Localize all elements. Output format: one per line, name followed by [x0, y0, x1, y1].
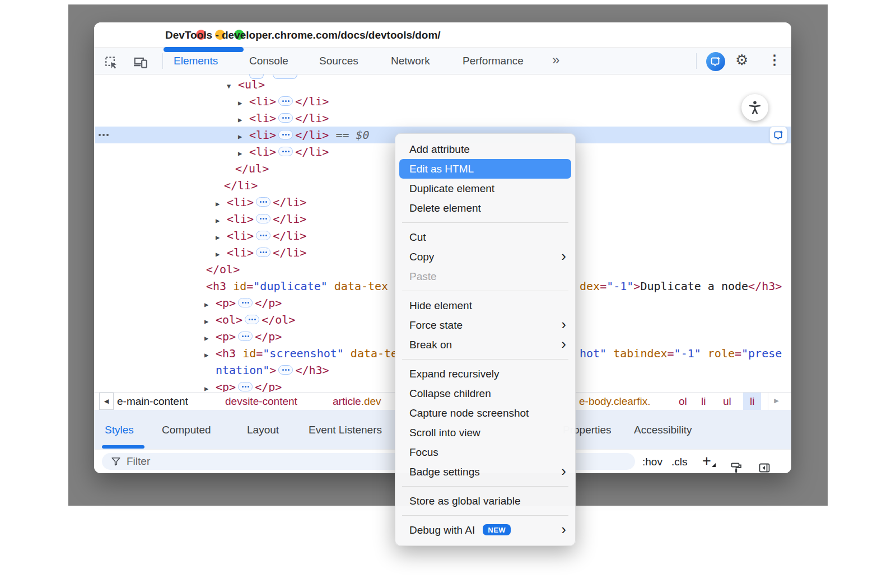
breadcrumb-item[interactable]: li: [743, 393, 761, 410]
menu-item-scroll-into-view[interactable]: Scroll into view: [395, 423, 575, 442]
menu-item-duplicate-element[interactable]: Duplicate element: [395, 179, 575, 198]
dom-tree-row[interactable]: ntation"></h3>: [216, 362, 329, 379]
collapsed-content-icon[interactable]: [238, 332, 253, 341]
dom-tree-row[interactable]: ▶<p></p>: [204, 379, 282, 392]
dom-tree-row[interactable]: </ul>: [235, 160, 269, 177]
tab-console[interactable]: Console: [249, 48, 288, 74]
dom-tree-row[interactable]: ▼<ul>: [227, 76, 265, 93]
breadcrumb-item[interactable]: article.dev: [333, 393, 381, 410]
collapsed-content-icon[interactable]: [256, 248, 270, 257]
dom-tree-row[interactable]: ▶<li></li>: [216, 244, 306, 261]
ask-ai-node-button[interactable]: [769, 126, 787, 144]
collapsed-content-icon[interactable]: [256, 214, 270, 223]
toggle-hover-state-button[interactable]: :hov: [642, 450, 662, 473]
menu-item-expand-recursively[interactable]: Expand recursively: [395, 364, 575, 384]
dom-tree-row[interactable]: ▶<li></li>: [238, 143, 329, 160]
gear-icon[interactable]: ⚙: [735, 52, 748, 69]
dom-tree-row[interactable]: </li>: [224, 177, 258, 194]
menu-item-badge-settings[interactable]: Badge settings›: [395, 462, 575, 482]
collapse-arrow-icon[interactable]: ▼: [227, 78, 238, 95]
dom-tree-row[interactable]: ▶<p></p>: [204, 295, 282, 311]
row-overflow-dots-icon[interactable]: [99, 134, 111, 137]
dom-tree-row[interactable]: ▶<li></li>: [216, 211, 306, 227]
menu-item-debug-with-ai[interactable]: Debug with AINEW›: [395, 520, 575, 540]
kebab-menu-icon[interactable]: ⋮: [768, 52, 781, 68]
device-toolbar-icon[interactable]: [133, 55, 148, 70]
menu-item-focus[interactable]: Focus: [395, 442, 575, 462]
dom-tree-row[interactable]: <h3 id="duplicate" data-tex: [206, 278, 388, 295]
sidebar-tab-event-listeners[interactable]: Event Listeners: [309, 422, 382, 438]
collapsed-content-icon[interactable]: [238, 298, 253, 307]
dom-tree-row[interactable]: ▶<p></p>: [204, 328, 282, 345]
menu-item-delete-element[interactable]: Delete element: [395, 198, 575, 218]
menu-item-break-on[interactable]: Break on›: [395, 335, 575, 354]
ai-assistant-icon[interactable]: [706, 52, 725, 71]
collapsed-content-icon[interactable]: [238, 382, 253, 391]
expand-arrow-icon[interactable]: ▶: [204, 296, 216, 313]
expand-arrow-icon[interactable]: ▶: [216, 212, 227, 229]
tab-sources[interactable]: Sources: [319, 48, 358, 74]
menu-item-cut[interactable]: Cut: [395, 227, 575, 247]
tab-network[interactable]: Network: [391, 48, 430, 74]
collapsed-content-icon[interactable]: [278, 147, 293, 156]
toggle-class-button[interactable]: .cls: [671, 450, 688, 473]
dom-tree-row[interactable]: ▶<li></li>: [216, 194, 306, 211]
breadcrumb-item[interactable]: devsite-content: [225, 393, 297, 410]
dom-tree-row[interactable]: ▶<li></li>: [238, 93, 329, 110]
menu-item-hide-element[interactable]: Hide element: [395, 296, 575, 315]
new-style-rule-button[interactable]: +: [702, 450, 711, 473]
collapsed-content-icon[interactable]: [278, 130, 293, 139]
collapsed-content-icon[interactable]: [278, 365, 293, 375]
breadcrumb-item[interactable]: ol: [679, 393, 687, 410]
dom-tree-row[interactable]: ▶<h3 id="screenshot" data-te: [204, 345, 398, 362]
menu-item-capture-node-screenshot[interactable]: Capture node screenshot: [395, 403, 575, 423]
expand-arrow-icon[interactable]: ▶: [216, 246, 227, 263]
menu-divider: [402, 359, 568, 360]
collapsed-content-icon[interactable]: [278, 113, 293, 123]
more-tabs-icon[interactable]: »: [552, 48, 558, 74]
expand-arrow-icon[interactable]: ▶: [204, 313, 216, 330]
menu-item-add-attribute[interactable]: Add attribute: [395, 139, 575, 159]
expand-arrow-icon[interactable]: ▶: [216, 229, 227, 246]
expand-arrow-icon[interactable]: ▶: [204, 380, 216, 392]
inspect-element-icon[interactable]: [104, 55, 119, 70]
expand-arrow-icon[interactable]: ▶: [238, 145, 249, 162]
breadcrumb-item[interactable]: ul: [723, 393, 731, 410]
breadcrumb-scroll-left-icon[interactable]: ◀: [99, 393, 114, 410]
sidebar-tab-computed[interactable]: Computed: [162, 422, 211, 438]
breadcrumb-item[interactable]: li: [701, 393, 706, 410]
collapsed-content-icon[interactable]: [256, 197, 270, 207]
menu-item-copy[interactable]: Copy›: [395, 247, 575, 267]
expand-arrow-icon[interactable]: ▶: [204, 330, 216, 347]
collapsed-content-icon[interactable]: [278, 96, 293, 106]
expand-arrow-icon[interactable]: ▶: [238, 128, 249, 145]
dom-tree-row[interactable]: </ol>: [206, 261, 240, 278]
dom-tree-row[interactable]: ▶<li></li> == $0: [238, 127, 370, 143]
sidebar-tab-accessibility[interactable]: Accessibility: [634, 422, 692, 438]
sidebar-tab-layout[interactable]: Layout: [247, 422, 279, 438]
dom-tree-row[interactable]: ▶<li></li>: [216, 227, 306, 244]
accessibility-person-icon[interactable]: [741, 94, 768, 121]
tab-performance[interactable]: Performance: [463, 48, 524, 74]
code-tag: <li>: [227, 195, 254, 209]
menu-item-store-as-global-variable[interactable]: Store as global variable: [395, 491, 575, 511]
breadcrumb-item[interactable]: e-main-content: [117, 393, 188, 410]
expand-arrow-icon[interactable]: ▶: [204, 347, 216, 363]
toggle-sidebar-icon[interactable]: [758, 456, 771, 473]
collapsed-content-icon[interactable]: [256, 231, 270, 240]
menu-item-collapse-children[interactable]: Collapse children: [395, 384, 575, 403]
dom-tree-row[interactable]: dex="-1">Duplicate a node</h3>: [580, 278, 782, 295]
breadcrumb-scroll-right-icon[interactable]: ▶: [768, 393, 785, 410]
paint-roller-icon[interactable]: [730, 456, 743, 473]
sidebar-tab-styles[interactable]: Styles: [105, 422, 134, 438]
expand-arrow-icon[interactable]: ▶: [238, 111, 249, 128]
menu-item-force-state[interactable]: Force state›: [395, 315, 575, 335]
dom-tree-row[interactable]: ▶<li></li>: [238, 110, 329, 127]
expand-arrow-icon[interactable]: ▶: [238, 95, 249, 111]
dom-tree-row[interactable]: ▶<ol></ol>: [204, 311, 295, 328]
breadcrumb-item[interactable]: e-body.clearfix.: [579, 393, 650, 410]
menu-item-edit-as-html[interactable]: Edit as HTML: [399, 159, 571, 179]
expand-arrow-icon[interactable]: ▶: [216, 195, 227, 212]
dom-tree-row[interactable]: hot" tabindex="-1" role="prese: [580, 345, 782, 362]
collapsed-content-icon[interactable]: [245, 315, 259, 324]
